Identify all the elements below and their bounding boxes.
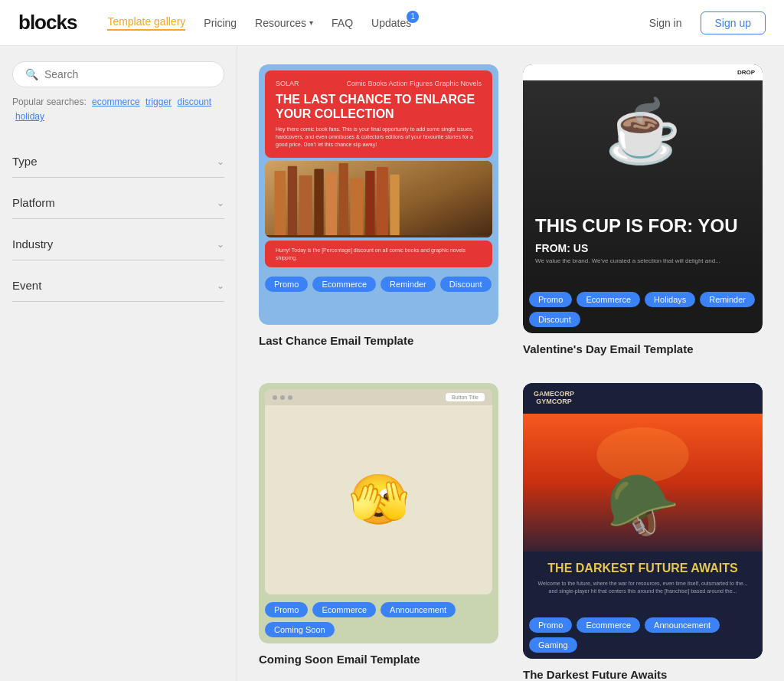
main-layout: 🔍 Popular searches: ecommerce trigger di… (0, 46, 784, 681)
tag-gaming[interactable]: Gaming (529, 637, 577, 653)
browser-url: Button Title (446, 393, 485, 401)
filter-industry: Industry ⌄ (12, 225, 224, 260)
card1-body: Hey there comic book fans. This is your … (276, 126, 482, 148)
filter-type-header[interactable]: Type ⌄ (12, 142, 224, 178)
card4-text: THE DARKEST FUTURE AWAITS Welcome to the… (523, 552, 763, 605)
tag-reminder[interactable]: Reminder (381, 277, 436, 292)
browser-dot-3 (288, 395, 292, 400)
template-card-coming-soon[interactable]: Button Title 🫣 Promo Ecommerce Announcem… (259, 383, 498, 681)
svg-rect-9 (377, 167, 388, 237)
nav-template-gallery[interactable]: Template gallery (107, 15, 185, 31)
tag-promo[interactable]: Promo (265, 602, 308, 617)
nav-updates[interactable]: Updates 1 (371, 17, 411, 29)
nav-pricing[interactable]: Pricing (204, 17, 237, 29)
card2-subtext: We value the brand. We've curated a sele… (535, 257, 750, 264)
template-preview-darkest-future: GAMECORP GYMCORP (523, 383, 763, 659)
popular-tag-discount[interactable]: discount (177, 97, 211, 107)
template-card-last-chance[interactable]: SOLAR Comic Books Action Figures Graphic… (259, 64, 498, 359)
filter-event-header[interactable]: Event ⌄ (12, 267, 224, 302)
tag-promo[interactable]: Promo (529, 617, 572, 633)
tag-discount[interactable]: Discount (440, 277, 492, 292)
tag-promo[interactable]: Promo (265, 277, 308, 292)
card1-top: SOLAR Comic Books Action Figures Graphic… (265, 70, 492, 158)
nav-faq[interactable]: FAQ (332, 17, 353, 29)
chevron-down-icon: ⌄ (217, 239, 224, 250)
template-card-valentines[interactable]: DROP ☕ THIS CUP IS FOR: YOU FROM: US We … (523, 64, 763, 359)
browser-dot-2 (280, 395, 285, 400)
card1-image (265, 161, 492, 237)
tag-ecommerce[interactable]: Ecommerce (312, 602, 376, 617)
svg-text:🪖: 🪖 (606, 470, 681, 541)
chevron-down-icon: ⌄ (217, 280, 224, 291)
chevron-down-icon: ▾ (309, 18, 313, 27)
chevron-down-icon: ⌄ (217, 198, 224, 208)
card3-browser: Button Title 🫣 (265, 389, 492, 594)
tag-coming-soon[interactable]: Coming Soon (265, 622, 335, 637)
nav-resources[interactable]: Resources ▾ (255, 17, 313, 29)
signup-button[interactable]: Sign up (701, 11, 766, 34)
sidebar: 🔍 Popular searches: ecommerce trigger di… (0, 46, 237, 681)
tag-ecommerce[interactable]: Ecommerce (577, 292, 640, 307)
logo[interactable]: blocks (18, 11, 77, 34)
main-nav: Template gallery Pricing Resources ▾ FAQ… (107, 15, 615, 31)
tag-ecommerce[interactable]: Ecommerce (312, 277, 376, 292)
card4-header: GAMECORP GYMCORP (523, 383, 763, 414)
card3-wrapper: Button Title 🫣 Promo Ecommerce Announcem… (259, 383, 498, 643)
card1-headline: THE LAST CHANCE TO ENLARGE YOUR COLLECTI… (276, 92, 482, 121)
card2-text: THIS CUP IS FOR: YOU FROM: US We value t… (535, 216, 750, 264)
svg-rect-8 (365, 171, 374, 237)
tag-reminder[interactable]: Reminder (700, 292, 755, 307)
popular-tag-holiday[interactable]: holiday (15, 111, 44, 122)
template-preview-valentines: DROP ☕ THIS CUP IS FOR: YOU FROM: US We … (523, 64, 763, 333)
templates-grid: SOLAR Comic Books Action Figures Graphic… (259, 64, 763, 681)
card4-logo: GAMECORP GYMCORP (534, 391, 574, 406)
card1-tags: Promo Ecommerce Reminder Discount (265, 277, 492, 292)
browser-dot-1 (273, 395, 277, 400)
card3-tags: Promo Ecommerce Announcement Coming Soon (265, 602, 492, 637)
search-input[interactable] (44, 68, 211, 80)
search-icon: 🔍 (25, 68, 38, 80)
svg-rect-1 (274, 171, 286, 237)
card1-brand: SOLAR Comic Books Action Figures Graphic… (276, 80, 482, 87)
svg-rect-6 (339, 163, 348, 237)
filter-industry-header[interactable]: Industry ⌄ (12, 225, 224, 260)
card2-image: ☕ THIS CUP IS FOR: YOU FROM: US We value… (523, 80, 763, 280)
filter-platform: Platform ⌄ (12, 184, 224, 219)
svg-rect-11 (265, 235, 492, 237)
card3-browser-bar: Button Title (265, 389, 492, 405)
svg-rect-10 (390, 175, 399, 237)
cup-visual: ☕ (605, 96, 681, 168)
card2-header: DROP (523, 64, 763, 80)
tag-announcement[interactable]: Announcement (645, 617, 720, 633)
template-title-darkest-future: The Darkest Future Awaits (523, 668, 763, 681)
card2-tags: Promo Ecommerce Holidays Reminder Discou… (523, 286, 763, 333)
tag-discount[interactable]: Discount (529, 312, 580, 327)
tag-holidays[interactable]: Holidays (645, 292, 695, 307)
filter-platform-header[interactable]: Platform ⌄ (12, 184, 224, 219)
card1-bottom-text: Hurry! Today is the [Percentage] discoun… (276, 247, 482, 262)
signin-button[interactable]: Sign in (640, 12, 691, 34)
popular-tag-trigger[interactable]: trigger (145, 97, 172, 107)
card2-from: FROM: US (535, 242, 750, 254)
tag-ecommerce[interactable]: Ecommerce (577, 617, 640, 633)
browser-dots (273, 395, 292, 400)
card1-bottom: Hurry! Today is the [Percentage] discoun… (265, 241, 492, 268)
template-title-valentines: Valentine's Day Email Template (523, 342, 763, 355)
tag-promo[interactable]: Promo (529, 292, 572, 307)
template-preview-last-chance: SOLAR Comic Books Action Figures Graphic… (259, 64, 498, 325)
card1-bookshelf (265, 161, 492, 237)
tag-announcement[interactable]: Announcement (381, 602, 456, 617)
template-card-darkest-future[interactable]: GAMECORP GYMCORP (523, 383, 763, 681)
search-container: 🔍 (12, 61, 224, 87)
card4-body: Welcome to the future, where the war for… (534, 580, 752, 596)
filter-event: Event ⌄ (12, 267, 224, 302)
template-title-last-chance: Last Chance Email Template (259, 334, 498, 347)
card4-image: 🪖 (523, 414, 763, 552)
card1-wrapper: SOLAR Comic Books Action Figures Graphic… (259, 64, 498, 325)
template-title-coming-soon: Coming Soon Email Template (259, 653, 498, 666)
card4-headline: THE DARKEST FUTURE AWAITS (534, 561, 752, 575)
popular-tag-ecommerce[interactable]: ecommerce (92, 97, 140, 107)
card3-emoji: 🫣 (265, 405, 492, 594)
svg-rect-2 (288, 165, 297, 237)
card4-wrapper: GAMECORP GYMCORP (523, 383, 763, 659)
